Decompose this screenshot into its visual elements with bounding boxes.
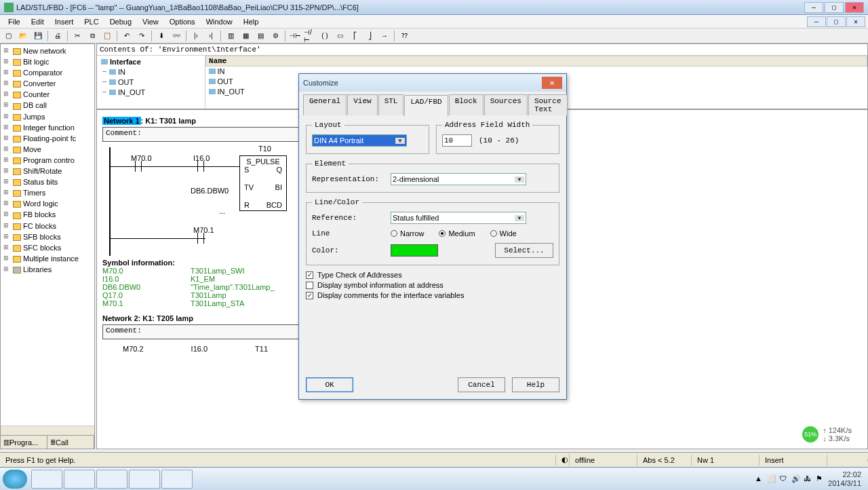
tray-icon[interactable]: 🔊: [791, 474, 801, 484]
task-ie2[interactable]: [64, 470, 95, 489]
representation-combo[interactable]: 2-dimensional▼: [391, 173, 526, 185]
catalog-item[interactable]: Libraries: [2, 264, 93, 275]
layout-combo[interactable]: DIN A4 Portrait▼: [312, 134, 407, 147]
select-color-button[interactable]: Select...: [495, 243, 553, 258]
catalog-tree[interactable]: New network Bit logic Comparator Convert…: [1, 44, 94, 426]
taskbar-clock[interactable]: 22:02 2014/3/11: [828, 470, 861, 487]
check-symbolinfo[interactable]: Display symbol information at address: [306, 281, 559, 289]
catalog-item[interactable]: Converter: [2, 78, 93, 89]
coil-icon[interactable]: ( ): [318, 30, 332, 42]
catalog-item[interactable]: Multiple instance: [2, 253, 93, 264]
box-icon[interactable]: ▭: [333, 30, 347, 42]
redo-icon[interactable]: ↷: [135, 30, 149, 42]
tab-sources[interactable]: Sources: [484, 94, 528, 115]
tab-stl[interactable]: STL: [378, 94, 404, 115]
cancel-button[interactable]: Cancel: [458, 377, 505, 392]
detail-icon[interactable]: ▤: [254, 30, 267, 42]
task-app2[interactable]: [129, 470, 160, 489]
task-app3[interactable]: [161, 470, 193, 489]
paste-icon[interactable]: 📋: [100, 30, 114, 42]
download-icon[interactable]: ⬇: [155, 30, 168, 42]
menu-insert[interactable]: Insert: [50, 16, 79, 27]
nav-prev-icon[interactable]: |‹: [189, 30, 203, 42]
tray-icon[interactable]: ▲: [755, 474, 764, 484]
catalog-item[interactable]: SFB blocks: [2, 231, 93, 242]
catalog-item[interactable]: Move: [2, 144, 93, 155]
mdi-close[interactable]: ✕: [846, 16, 865, 27]
catalog-item[interactable]: Status bits: [2, 176, 93, 187]
radio-medium[interactable]: Medium: [439, 229, 475, 238]
tab-program[interactable]: ▥ Progra...: [1, 436, 47, 449]
tray-icon[interactable]: 🛡: [779, 474, 789, 484]
task-app1[interactable]: [96, 470, 127, 489]
radio-wide[interactable]: Wide: [490, 229, 517, 238]
catalog-item[interactable]: Comparator: [2, 67, 93, 78]
mdi-restore[interactable]: ▢: [827, 16, 846, 27]
tray-icon[interactable]: ⬜: [767, 474, 776, 484]
nav-next-icon[interactable]: ›|: [204, 30, 218, 42]
menu-window[interactable]: Window: [201, 16, 238, 27]
contact-nc-icon[interactable]: ⊣/⊢: [303, 30, 317, 42]
menu-debug[interactable]: Debug: [104, 16, 137, 27]
task-ie[interactable]: [31, 470, 62, 489]
catalog-item[interactable]: Integer function: [2, 122, 93, 133]
menu-edit[interactable]: Edit: [26, 16, 50, 27]
dialog-close-button[interactable]: ✕: [542, 77, 562, 89]
contact-no-icon[interactable]: ⊣⊢: [288, 30, 302, 42]
catalog-item[interactable]: Jumps: [2, 111, 93, 122]
radio-narrow[interactable]: Narrow: [391, 229, 424, 238]
connection-icon[interactable]: →: [378, 30, 391, 42]
copy-icon[interactable]: ⧉: [85, 30, 99, 42]
tab-call[interactable]: ≣ Call: [47, 436, 94, 449]
interface-tree[interactable]: Interface IN OUT IN_OUT: [97, 56, 205, 109]
tab-general[interactable]: General: [303, 94, 347, 115]
catalog-item[interactable]: Shift/Rotate: [2, 166, 93, 176]
minimize-button[interactable]: —: [804, 2, 823, 13]
help-button[interactable]: Help: [512, 377, 559, 392]
close-button[interactable]: ✕: [845, 2, 864, 13]
tray-icon[interactable]: ⚑: [816, 474, 825, 484]
tab-ladfbd[interactable]: LAD/FBD: [404, 95, 448, 116]
menu-help[interactable]: Help: [238, 16, 264, 27]
monitor-icon[interactable]: 👓: [170, 30, 183, 42]
catalog-item[interactable]: Timers: [2, 187, 93, 198]
dialog-titlebar[interactable]: Customize ✕: [299, 74, 566, 92]
catalog-item[interactable]: Program contro: [2, 155, 93, 166]
catalog-item[interactable]: Counter: [2, 89, 93, 100]
branch-open-icon[interactable]: ⎡: [348, 30, 361, 42]
catalog-item[interactable]: New network: [2, 45, 93, 56]
help-icon[interactable]: ⁇: [397, 30, 411, 42]
menu-view[interactable]: View: [137, 16, 164, 27]
new-icon[interactable]: ▢: [1, 30, 15, 42]
cut-icon[interactable]: ✂: [71, 30, 84, 42]
menu-options[interactable]: Options: [164, 16, 201, 27]
open-icon[interactable]: 📂: [16, 30, 30, 42]
check-comments[interactable]: Display comments for the interface varia…: [306, 291, 559, 299]
filter-icon[interactable]: ⚙: [269, 30, 282, 42]
menu-plc[interactable]: PLC: [79, 16, 104, 27]
addrwidth-input[interactable]: 10: [442, 134, 472, 147]
catalog-item[interactable]: FB blocks: [2, 209, 93, 220]
check-typecheck[interactable]: Type Check of Addresses: [306, 271, 559, 279]
catalog-item[interactable]: DB call: [2, 100, 93, 111]
catalog-item[interactable]: Word logic: [2, 198, 93, 209]
tab-sourcetext[interactable]: Source Text: [528, 94, 568, 115]
undo-icon[interactable]: ↶: [120, 30, 134, 42]
catalog-item[interactable]: SFC blocks: [2, 242, 93, 253]
menu-file[interactable]: File: [3, 16, 26, 27]
tray-icon[interactable]: 🖧: [804, 474, 813, 484]
start-button[interactable]: [3, 470, 27, 489]
block-icon[interactable]: ▥: [224, 30, 237, 42]
catalog-item[interactable]: FC blocks: [2, 221, 93, 231]
reference-combo[interactable]: Status fulfilled▼: [391, 212, 526, 224]
save-icon[interactable]: 💾: [31, 30, 45, 42]
tab-block[interactable]: Block: [449, 94, 484, 115]
catalog-item[interactable]: Floating-point fc: [2, 133, 93, 144]
catalog-item[interactable]: Bit logic: [2, 56, 93, 67]
maximize-button[interactable]: ▢: [825, 2, 844, 13]
branch-close-icon[interactable]: ⎦: [363, 30, 376, 42]
overview-icon[interactable]: ▦: [239, 30, 252, 42]
tab-view[interactable]: View: [347, 94, 377, 115]
ok-button[interactable]: OK: [306, 377, 353, 392]
print-icon[interactable]: 🖨: [51, 30, 64, 42]
